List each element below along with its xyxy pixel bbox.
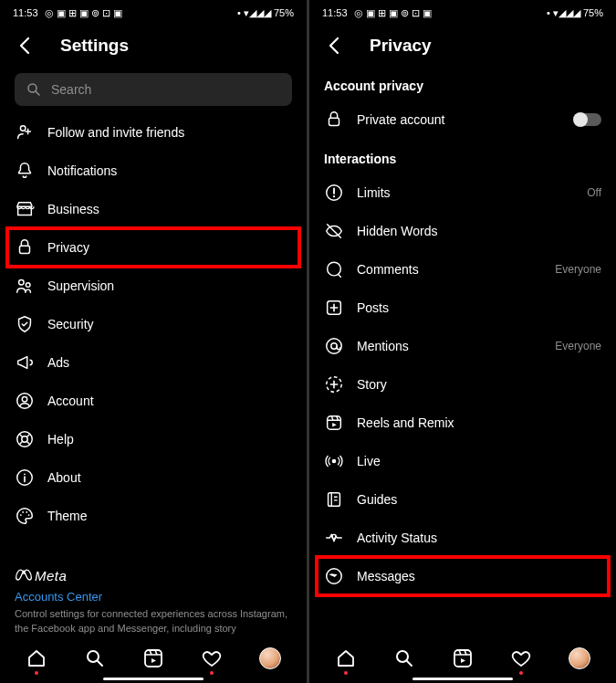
row-label: Messages xyxy=(357,569,601,583)
meta-section: Meta Accounts Center Control settings fo… xyxy=(0,561,307,636)
right-item-reels-and-remix[interactable]: Reels and Remix xyxy=(309,404,616,442)
row-label: Mentions xyxy=(357,339,542,353)
status-battery: 75% xyxy=(274,7,294,18)
lock-icon xyxy=(324,110,344,130)
gesture-bar xyxy=(412,678,513,680)
user-plus-icon xyxy=(15,122,35,142)
nav-activity[interactable] xyxy=(200,646,224,670)
left-item-business[interactable]: Business xyxy=(0,190,307,228)
right-item-mentions[interactable]: MentionsEveryone xyxy=(309,327,616,365)
store-icon xyxy=(15,199,35,219)
row-label: Theme xyxy=(47,509,292,523)
nav-search[interactable] xyxy=(83,646,107,670)
right-item-live[interactable]: Live xyxy=(309,442,616,480)
row-label: Live xyxy=(357,454,601,468)
left-item-theme[interactable]: Theme xyxy=(0,497,307,535)
row-trail: Everyone xyxy=(555,263,601,276)
private-account-label: Private account xyxy=(357,112,561,127)
left-item-security[interactable]: Security xyxy=(0,305,307,343)
status-time: 11:53 xyxy=(13,7,38,18)
bell-icon xyxy=(15,161,35,181)
palette-icon xyxy=(15,506,35,526)
back-button[interactable] xyxy=(324,35,346,57)
page-title: Settings xyxy=(60,36,129,56)
comments-icon xyxy=(324,259,344,279)
nav-home[interactable] xyxy=(334,646,358,670)
row-label: Business xyxy=(47,202,292,216)
left-item-notifications[interactable]: Notifications xyxy=(0,152,307,190)
status-battery: 75% xyxy=(583,7,603,18)
status-time: 11:53 xyxy=(322,7,348,18)
row-label: Story xyxy=(357,377,601,392)
row-label: Ads xyxy=(47,355,292,370)
section-account-privacy: Account privacy xyxy=(309,66,616,100)
nav-reels[interactable] xyxy=(141,646,165,670)
bottom-nav xyxy=(0,636,307,683)
left-item-follow-and-invite-friends[interactable]: Follow and invite friends xyxy=(0,113,307,152)
private-account-row[interactable]: Private account xyxy=(309,100,616,139)
reels-icon xyxy=(324,413,344,433)
nav-home[interactable] xyxy=(25,646,48,670)
page-title: Privacy xyxy=(370,36,432,56)
row-label: Supervision xyxy=(47,278,292,293)
row-label: Privacy xyxy=(47,240,292,255)
row-label: About xyxy=(47,470,292,485)
left-item-help[interactable]: Help xyxy=(0,420,307,458)
mentions-icon xyxy=(324,336,344,356)
section-interactions: Interactions xyxy=(309,139,616,173)
gesture-bar xyxy=(103,678,204,680)
supervision-icon xyxy=(15,276,35,296)
messages-icon xyxy=(324,566,344,586)
search-box[interactable] xyxy=(15,73,292,106)
right-item-hidden-words[interactable]: Hidden Words xyxy=(309,212,616,250)
left-item-privacy[interactable]: Privacy xyxy=(0,228,307,267)
bottom-nav xyxy=(309,636,616,683)
row-label: Account xyxy=(47,394,292,408)
hidden-icon xyxy=(324,221,344,241)
guides-icon xyxy=(324,489,344,510)
row-label: Security xyxy=(47,317,292,331)
right-item-comments[interactable]: CommentsEveryone xyxy=(309,250,616,289)
search-input[interactable] xyxy=(51,82,281,97)
account-icon xyxy=(15,391,35,411)
right-item-limits[interactable]: LimitsOff xyxy=(309,173,616,212)
right-item-guides[interactable]: Guides xyxy=(309,480,616,519)
nav-profile[interactable] xyxy=(568,646,591,670)
right-item-activity-status[interactable]: Activity Status xyxy=(309,519,616,557)
row-label: Activity Status xyxy=(357,531,601,545)
nav-reels[interactable] xyxy=(451,646,475,670)
lock-icon xyxy=(15,237,35,257)
status-bar: 11:53 ◎ ▣ ⊞ ▣ ⊚ ⊡ ▣ • ▾◢◢◢ 75% xyxy=(309,0,616,22)
story-icon xyxy=(324,374,344,394)
right-item-posts[interactable]: Posts xyxy=(309,289,616,327)
left-item-account[interactable]: Account xyxy=(0,382,307,420)
row-label: Posts xyxy=(357,300,601,315)
back-button[interactable] xyxy=(15,35,37,57)
right-item-story[interactable]: Story xyxy=(309,365,616,404)
left-item-about[interactable]: About xyxy=(0,458,307,497)
left-item-ads[interactable]: Ads xyxy=(0,343,307,382)
row-label: Notifications xyxy=(47,163,292,178)
row-label: Hidden Words xyxy=(357,224,601,238)
accounts-center-link[interactable]: Accounts Center xyxy=(15,584,292,607)
megaphone-icon xyxy=(15,352,35,373)
row-label: Guides xyxy=(357,492,601,507)
right-item-messages[interactable]: Messages xyxy=(309,557,616,595)
limits-icon xyxy=(324,183,344,203)
nav-search[interactable] xyxy=(392,646,416,670)
settings-screen: 11:53 ◎ ▣ ⊞ ▣ ⊚ ⊡ ▣ • ▾◢◢◢ 75% Settings … xyxy=(0,0,307,683)
search-icon xyxy=(26,81,42,98)
nav-activity[interactable] xyxy=(509,646,533,670)
info-icon xyxy=(15,468,35,488)
private-account-toggle[interactable] xyxy=(574,113,601,126)
left-item-supervision[interactable]: Supervision xyxy=(0,267,307,305)
meta-description: Control settings for connected experienc… xyxy=(15,607,292,636)
row-label: Limits xyxy=(357,185,574,200)
avatar xyxy=(259,647,281,669)
row-label: Help xyxy=(47,432,292,447)
nav-profile[interactable] xyxy=(258,646,282,670)
live-icon xyxy=(324,451,344,471)
help-icon xyxy=(15,429,35,449)
privacy-screen: 11:53 ◎ ▣ ⊞ ▣ ⊚ ⊡ ▣ • ▾◢◢◢ 75% Privacy A… xyxy=(309,0,616,683)
row-trail: Everyone xyxy=(555,340,601,352)
